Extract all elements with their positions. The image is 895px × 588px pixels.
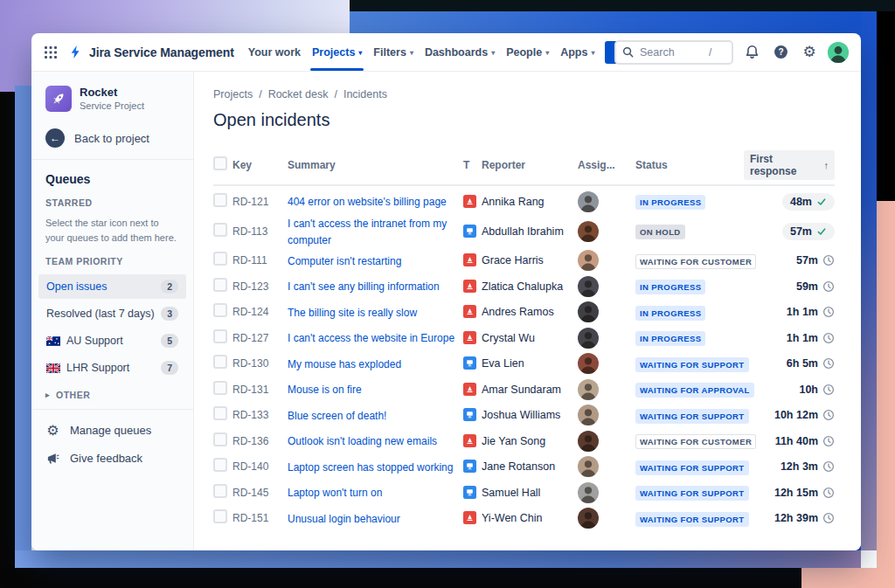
project-header[interactable]: Rocket Service Project [42,84,183,114]
row-checkbox[interactable] [213,432,227,446]
table-row[interactable]: RD-131Mouse is on fireAmar SundaramWAITI… [213,377,835,403]
row-checkbox[interactable] [213,509,227,523]
other-section-toggle[interactable]: ▸ OTHER [45,390,179,400]
row-checkbox[interactable] [213,278,227,292]
row-checkbox[interactable] [213,355,227,369]
row-checkbox[interactable] [213,303,227,317]
table-row[interactable]: RD-151Unusual login behaviourYi-Wen Chin… [213,506,835,532]
status-lozenge[interactable]: WAITING FOR SUPPORT [635,460,749,475]
assignee-avatar[interactable] [578,405,599,425]
issue-summary-link[interactable]: Blue screen of death! [288,410,386,422]
assignee-avatar[interactable] [578,353,599,374]
issue-summary-link[interactable]: Outlook isn't loading new emails [288,435,437,447]
status-lozenge[interactable]: IN PROGRESS [635,280,705,294]
table-row[interactable]: RD-127I can't access the website in Euro… [213,325,835,351]
row-checkbox[interactable] [213,381,227,395]
assignee-avatar[interactable] [578,482,599,503]
row-checkbox[interactable] [213,193,227,207]
table-row[interactable]: RD-113I can't access the intranet from m… [213,215,835,248]
row-checkbox[interactable] [213,484,227,498]
status-lozenge[interactable]: WAITING FOR SUPPORT [635,357,749,372]
queue-item-lhr-support[interactable]: LHR Support7 [38,356,186,380]
table-header-row: KeySummaryTReporterAssig...StatusFirst r… [213,150,835,186]
nav-item-projects[interactable]: Projects▾ [312,46,362,59]
breadcrumb-link[interactable]: Projects [213,88,253,100]
table-row[interactable]: RD-121404 error on website's billing pag… [213,189,835,215]
assignee-avatar[interactable] [578,431,599,452]
product-title: Jira Service Management [89,45,234,59]
issue-summary-link[interactable]: Laptop screen has stopped working [288,461,453,474]
issue-summary-link[interactable]: Mouse is on fire [288,384,362,396]
nav-item-your-work[interactable]: Your work [248,46,301,59]
issue-summary-link[interactable]: Unusual login behaviour [288,513,400,525]
table-row[interactable]: RD-123I can't see any billing informatio… [213,273,835,300]
assignee-avatar[interactable] [578,301,599,322]
status-lozenge[interactable]: IN PROGRESS [635,306,705,321]
assignee-avatar[interactable] [578,191,599,212]
row-checkbox[interactable] [213,329,227,343]
issue-summary-link[interactable]: I can't access the website in Europe [288,332,454,344]
assignee-avatar[interactable] [578,276,599,297]
assignee-avatar[interactable] [578,221,599,242]
nav-item-apps[interactable]: Apps▾ [560,46,594,59]
row-checkbox[interactable] [213,223,227,237]
assignee-avatar[interactable] [578,508,599,529]
issue-summary-link[interactable]: My mouse has exploded [288,358,401,370]
queue-item-open-issues[interactable]: Open issues2 [38,274,186,299]
assignee-avatar[interactable] [578,456,599,477]
nav-item-filters[interactable]: Filters▾ [373,46,413,59]
status-lozenge[interactable]: WAITING FOR SUPPORT [635,512,749,527]
status-lozenge[interactable]: IN PROGRESS [635,195,705,210]
queue-item-resolved-last-7-days-[interactable]: Resolved (last 7 days)3 [38,301,186,326]
first-response-value: 11h 40m [775,435,818,447]
select-all-checkbox[interactable] [213,156,227,170]
assignee-avatar[interactable] [578,328,599,349]
issue-summary-link[interactable]: I can't access the intranet from my comp… [288,218,447,246]
table-row[interactable]: RD-140Laptop screen has stopped workingJ… [213,454,835,481]
search-box[interactable]: / [614,40,733,65]
row-checkbox[interactable] [213,458,227,472]
status-lozenge[interactable]: WAITING FOR APPROVAL [635,383,754,398]
table-row[interactable]: RD-111Computer isn't restartingGrace Har… [213,248,835,274]
app-switcher-icon[interactable] [44,42,58,63]
issue-summary-link[interactable]: 404 error on website's billing page [288,196,447,208]
table-row[interactable]: RD-133Blue screen of death!Joshua Willia… [213,403,835,429]
assignee-avatar[interactable] [578,250,599,271]
status-lozenge[interactable]: WAITING FOR SUPPORT [635,409,749,424]
row-checkbox[interactable] [213,406,227,420]
status-lozenge[interactable]: WAITING FOR CUSTOMER [635,434,756,449]
table-row[interactable]: RD-130My mouse has explodedEva LienWAITI… [213,351,835,377]
nav-item-dashboards[interactable]: Dashboards▾ [425,46,495,59]
nav-item-people[interactable]: People▾ [506,46,549,59]
user-avatar[interactable] [828,42,849,63]
status-lozenge[interactable]: WAITING FOR SUPPORT [635,486,749,501]
sort-button[interactable]: First response↑ [744,150,835,180]
notifications-bell-icon[interactable] [741,42,762,63]
row-checkbox[interactable] [213,252,227,266]
give-feedback-button[interactable]: Give feedback [45,451,179,466]
status-lozenge[interactable]: IN PROGRESS [635,331,705,346]
issue-summary-link[interactable]: Laptop won't turn on [288,487,382,499]
reporter-name: Jane Rotanson [482,460,578,473]
settings-gear-icon[interactable]: ⚙ [799,42,820,63]
first-response-value: 1h 1m [787,332,818,344]
table-row[interactable]: RD-145Laptop won't turn onSamuel HallWAI… [213,480,835,506]
status-lozenge[interactable]: WAITING FOR CUSTOMER [635,254,756,269]
table-row[interactable]: RD-136Outlook isn't loading new emailsJi… [213,428,835,454]
help-icon[interactable]: ? [770,42,791,63]
back-to-project-button[interactable]: ← Back to project [45,128,179,148]
breadcrumb-link[interactable]: Incidents [343,88,387,100]
assignee-avatar[interactable] [578,379,599,400]
backdrop-dark-top-strip [350,0,895,11]
issue-summary-link[interactable]: I can't see any billing information [288,280,440,293]
breadcrumb-link[interactable]: Rocket desk [268,88,329,100]
search-input[interactable] [638,45,704,59]
brand[interactable]: Jira Service Management [68,45,234,59]
queue-item-au-support[interactable]: AU Support5 [38,329,186,353]
nav-item-label: Apps [560,46,587,59]
table-row[interactable]: RD-124The billing site is really slowAnd… [213,300,835,326]
manage-queues-button[interactable]: ⚙ Manage queues [45,423,179,438]
issue-summary-link[interactable]: The billing site is really slow [288,307,417,319]
status-lozenge[interactable]: ON HOLD [635,225,685,239]
issue-summary-link[interactable]: Computer isn't restarting [288,255,401,267]
